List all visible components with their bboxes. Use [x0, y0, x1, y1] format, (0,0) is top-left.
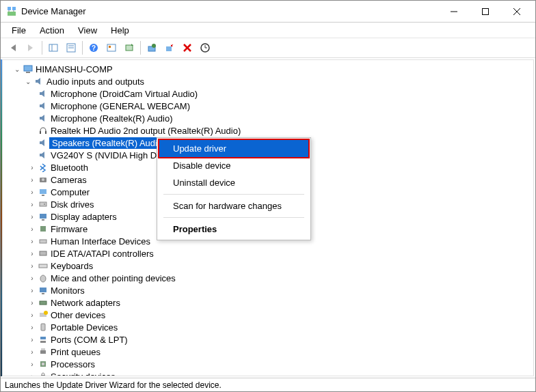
svg-rect-16 [107, 44, 116, 51]
disable-button[interactable] [161, 40, 178, 56]
scan-hardware-button[interactable] [197, 40, 213, 56]
svg-rect-38 [39, 264, 47, 268]
tree-category[interactable]: ›Network adapters [3, 296, 533, 309]
chevron-down-icon[interactable]: ⌄ [23, 78, 33, 85]
back-button[interactable] [5, 40, 21, 56]
svg-rect-42 [40, 301, 46, 305]
menu-file[interactable]: File [6, 24, 31, 37]
minimize-button[interactable] [438, 1, 470, 22]
cm-disable-device[interactable]: Disable device [159, 157, 308, 174]
chevron-right-icon[interactable]: › [27, 213, 37, 221]
add-driver-button[interactable] [121, 40, 137, 56]
svg-rect-46 [40, 337, 46, 339]
svg-rect-9 [49, 44, 57, 51]
svg-point-20 [152, 44, 156, 48]
tree-category[interactable]: ›Other devices [3, 309, 533, 321]
printer-icon [37, 347, 49, 356]
menu-help[interactable]: Help [105, 24, 135, 37]
chevron-right-icon[interactable]: › [27, 361, 37, 368]
cm-separator [163, 217, 304, 218]
svg-rect-24 [26, 72, 30, 73]
svg-rect-23 [24, 66, 32, 71]
tree-category[interactable]: ›Keyboards [3, 260, 533, 272]
chevron-right-icon[interactable]: › [27, 311, 37, 319]
menubar: File Action View Help [1, 23, 535, 38]
tree-root[interactable]: ⌄ HIMANSHU-COMP [3, 63, 533, 75]
tree-device[interactable]: Microphone (Realtek(R) Audio) [3, 112, 533, 124]
svg-rect-2 [8, 12, 16, 16]
cm-uninstall-device[interactable]: Uninstall device [159, 174, 308, 191]
tree-category[interactable]: ›Portable Devices [3, 321, 533, 333]
chevron-right-icon[interactable]: › [27, 275, 37, 282]
svg-rect-36 [40, 240, 46, 243]
tree-category[interactable]: ›Security devices [3, 370, 533, 376]
svg-rect-51 [42, 363, 44, 365]
forward-button[interactable] [23, 40, 39, 56]
svg-rect-18 [126, 45, 133, 51]
tree-device[interactable]: Microphone (GENERAL WEBCAM) [3, 100, 533, 112]
chevron-right-icon[interactable]: › [27, 262, 37, 270]
chevron-right-icon[interactable]: › [27, 287, 37, 294]
tree-device[interactable]: Realtek HD Audio 2nd output (Realtek(R) … [3, 124, 533, 137]
chevron-right-icon[interactable]: › [27, 373, 37, 377]
app-icon [6, 6, 17, 17]
monitor-icon [37, 285, 49, 295]
window-title: Device Manager [21, 6, 438, 16]
portable-icon [37, 322, 49, 332]
chevron-right-icon[interactable]: › [27, 324, 37, 331]
chevron-right-icon[interactable]: › [27, 176, 37, 184]
tree-device[interactable]: Microphone (DroidCam Virtual Audio) [3, 87, 533, 100]
chevron-right-icon[interactable]: › [27, 250, 37, 257]
scan-button[interactable] [103, 40, 120, 56]
cm-scan-hardware[interactable]: Scan for hardware changes [159, 197, 308, 214]
tree-category[interactable]: ›Mice and other pointing devices [3, 272, 533, 284]
display-icon [37, 212, 49, 221]
tree-category[interactable]: ›Processors [3, 358, 533, 370]
unknown-icon [37, 310, 49, 320]
chevron-right-icon[interactable]: › [27, 299, 37, 307]
svg-rect-37 [40, 251, 46, 255]
tree-category[interactable]: ›Print queues [3, 346, 533, 358]
close-button[interactable] [501, 1, 533, 22]
chevron-down-icon[interactable]: ⌄ [12, 66, 22, 73]
properties-button[interactable] [63, 40, 79, 56]
update-driver-button[interactable] [144, 40, 160, 56]
computer-icon [37, 187, 49, 197]
cm-update-driver[interactable]: Update driver [159, 140, 308, 157]
svg-rect-40 [40, 288, 46, 292]
chevron-right-icon[interactable]: › [27, 201, 37, 208]
tree-category[interactable]: ›Ports (COM & LPT) [3, 333, 533, 346]
tree-category[interactable]: ›IDE ATA/ATAPI controllers [3, 247, 533, 260]
menu-view[interactable]: View [72, 24, 103, 37]
show-hide-button[interactable] [45, 40, 62, 56]
chevron-right-icon[interactable]: › [27, 164, 37, 171]
uninstall-button[interactable] [179, 40, 196, 56]
chevron-right-icon[interactable]: › [27, 238, 37, 245]
svg-rect-52 [41, 375, 45, 376]
chevron-right-icon[interactable]: › [27, 225, 37, 233]
svg-point-39 [40, 275, 46, 282]
bluetooth-icon [37, 163, 49, 172]
speaker-icon [37, 150, 49, 160]
statusbar: Launches the Update Driver Wizard for th… [1, 378, 535, 391]
network-icon [37, 298, 49, 307]
svg-rect-29 [40, 189, 46, 194]
disk-icon [37, 199, 49, 209]
menu-action[interactable]: Action [34, 24, 70, 37]
maximize-button[interactable] [470, 1, 501, 22]
help-button[interactable]: ? [85, 40, 102, 56]
tree-category-audio[interactable]: ⌄ Audio inputs and outputs [3, 75, 533, 87]
svg-rect-35 [40, 226, 46, 232]
tree-category[interactable]: ›Monitors [3, 284, 533, 296]
chevron-right-icon[interactable]: › [27, 336, 37, 344]
context-menu: Update driver Disable device Uninstall d… [157, 137, 311, 240]
mouse-icon [37, 273, 49, 283]
svg-point-28 [42, 178, 44, 181]
speaker-icon [37, 101, 49, 111]
cm-properties[interactable]: Properties [159, 221, 308, 238]
camera-icon [37, 175, 49, 184]
svg-rect-41 [42, 293, 44, 294]
svg-rect-30 [42, 195, 44, 196]
chevron-right-icon[interactable]: › [27, 348, 37, 356]
chevron-right-icon[interactable]: › [27, 188, 37, 196]
